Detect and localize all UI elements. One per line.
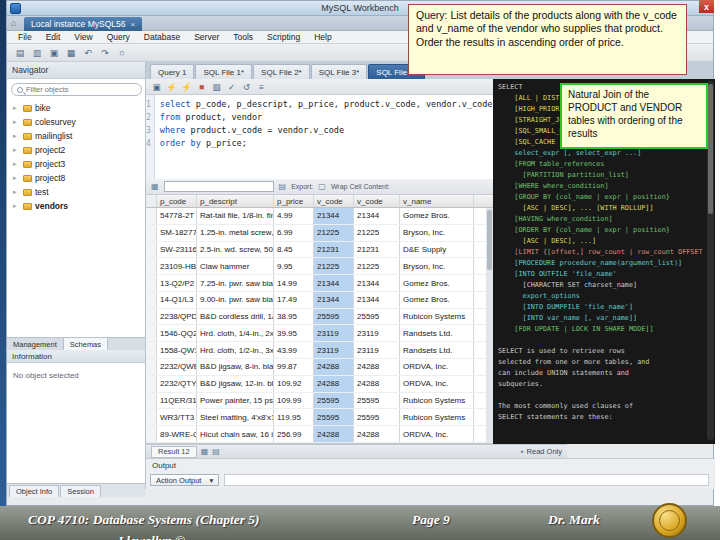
execute-script-icon[interactable]: ⚡ (165, 80, 178, 93)
table-cell: 24288 (314, 359, 354, 375)
tab-object-info[interactable]: Object Info (9, 485, 59, 497)
result-grid-icon[interactable]: ▦ (201, 447, 209, 456)
expand-arrow-icon[interactable]: ▸ (13, 174, 20, 182)
schema-item[interactable]: ▸mailinglist (7, 129, 145, 143)
export-icon[interactable]: ▤ (279, 182, 287, 191)
wrap-cell-icon[interactable]: ▢ (318, 182, 326, 191)
table-row[interactable]: 1558-QW1Hrd. cloth, 1/2-in., 3x5043.9923… (146, 342, 493, 359)
action-output-list[interactable] (224, 474, 709, 486)
form-editor-icon[interactable]: ▤ (212, 447, 220, 456)
beautify-sql-icon[interactable]: ≡ (255, 80, 268, 93)
undo-icon[interactable]: ↶ (81, 46, 95, 60)
connection-tab-close-icon[interactable]: × (131, 20, 136, 29)
editor-tab[interactable]: Query 1 (150, 64, 194, 79)
column-header[interactable]: p_price (274, 195, 314, 207)
editor-tab[interactable]: SQL File 2* (253, 64, 310, 79)
schema-item[interactable]: ▸bike (7, 101, 145, 115)
table-cell: 21344 (314, 292, 354, 308)
result-tab[interactable]: Result 12 (151, 446, 197, 458)
table-cell: 21344 (314, 208, 354, 224)
expand-arrow-icon[interactable]: ▸ (13, 202, 20, 210)
menu-scripting[interactable]: Scripting (260, 32, 307, 42)
table-row[interactable]: 2238/QPDB&D cordless drill, 1/2-in.38.95… (146, 309, 493, 326)
menu-view[interactable]: View (67, 32, 99, 42)
stop-execution-icon[interactable]: ■ (195, 80, 208, 93)
redo-icon[interactable]: ↷ (98, 46, 112, 60)
table-row[interactable]: 54778-2TRat-tail file, 1/8-in. fine4.992… (146, 208, 493, 225)
schema-filter-input[interactable] (26, 85, 126, 94)
table-row[interactable]: 2232/QWEB&D jigsaw, 8-in. blade99.872428… (146, 359, 493, 376)
table-row[interactable]: 14-Q1/L39.00-in. pwr. saw blade17.492134… (146, 292, 493, 309)
column-header[interactable]: p_descript (197, 195, 274, 207)
schema-item[interactable]: ▸test (7, 185, 145, 199)
sql-editor[interactable]: 1234 select p_code, p_descript, p_price,… (146, 95, 493, 179)
grid-scrollbar[interactable] (486, 208, 493, 443)
column-header[interactable]: v_name (400, 195, 474, 207)
new-query-tab-icon[interactable]: ▤ (13, 46, 27, 60)
tab-schemas[interactable]: Schemas (64, 338, 108, 350)
grid-view-icon[interactable]: ▦ (151, 182, 159, 191)
schema-item[interactable]: ▸project8 (7, 171, 145, 185)
row-header (146, 195, 157, 207)
save-script-icon[interactable]: ▣ (47, 46, 61, 60)
expand-arrow-icon[interactable]: ▸ (13, 132, 20, 140)
editor-tab[interactable]: SQL File 1* (195, 64, 252, 79)
schema-icon (23, 161, 32, 168)
column-header[interactable]: v_code (354, 195, 400, 207)
commit-icon[interactable]: ✓ (225, 80, 238, 93)
schema-item[interactable]: ▸vendors (7, 199, 145, 213)
tab-management[interactable]: Management (7, 338, 64, 350)
close-icon[interactable]: x (699, 0, 714, 13)
connection-tab[interactable]: Local instance MySQL56 × (24, 17, 142, 31)
execute-current-statement-icon[interactable]: ⚡ (180, 80, 193, 93)
help-scrollbar[interactable] (707, 81, 714, 440)
filter-rows-input[interactable] (164, 181, 274, 192)
menu-server[interactable]: Server (187, 32, 226, 42)
table-row[interactable]: 1546-QQ2Hrd. cloth, 1/4-in., 2x5039.9523… (146, 325, 493, 342)
output-selector[interactable]: Action Output ▾ (150, 474, 219, 486)
table-row[interactable]: SW-231162.5-in. wd. screw, 508.452123121… (146, 242, 493, 259)
schema-item[interactable]: ▸project2 (7, 143, 145, 157)
table-cell: 17.49 (274, 292, 314, 308)
schema-filter[interactable] (11, 83, 142, 96)
table-row[interactable]: SM-182771.25-in. metal screw, 256.992122… (146, 225, 493, 242)
search-icon[interactable]: ○ (115, 46, 129, 60)
schema-item[interactable]: ▸project3 (7, 157, 145, 171)
toggle-stop-on-error-icon[interactable]: ▧ (210, 80, 223, 93)
schema-item[interactable]: ▸colesurvey (7, 115, 145, 129)
save-script-icon[interactable]: ▣ (150, 80, 163, 93)
expand-arrow-icon[interactable]: ▸ (13, 118, 20, 126)
table-row[interactable]: WR3/TT3Steel matting, 4'x8'x1/6", .5" me… (146, 409, 493, 426)
menu-edit[interactable]: Edit (39, 32, 68, 42)
expand-arrow-icon[interactable]: ▸ (13, 146, 20, 154)
menu-database[interactable]: Database (137, 32, 187, 42)
expand-arrow-icon[interactable]: ▸ (13, 104, 20, 112)
schema-icon (23, 133, 32, 140)
open-sql-file-icon[interactable]: ▥ (30, 46, 44, 60)
table-row[interactable]: 23109-HBClaw hammer9.952122521225Bryson,… (146, 258, 493, 275)
menu-file[interactable]: File (11, 32, 39, 42)
table-row[interactable]: 89-WRE-QHicut chain saw, 16 in.256.99242… (146, 426, 493, 443)
help-line: select_expr [, select_expr ...] (498, 148, 705, 159)
table-cell: 14.99 (274, 275, 314, 291)
column-header[interactable]: p_code (157, 195, 197, 207)
tab-session[interactable]: Session (60, 485, 101, 497)
print-icon[interactable]: ▦ (64, 46, 78, 60)
row-header (146, 292, 157, 308)
table-row[interactable]: 13-Q2/P27.25-in. pwr. saw blade14.992134… (146, 275, 493, 292)
expand-arrow-icon[interactable]: ▸ (13, 188, 20, 196)
footer-author: Dr. Mark (548, 512, 600, 528)
code-line: from product, vendor (160, 111, 534, 124)
table-row[interactable]: 2232/QTYB&D jigsaw, 12-in. blade109.9224… (146, 376, 493, 393)
menu-query[interactable]: Query (100, 32, 137, 42)
menu-help[interactable]: Help (307, 32, 338, 42)
expand-arrow-icon[interactable]: ▸ (13, 160, 20, 168)
home-icon[interactable]: ⌂ (11, 18, 16, 28)
menu-tools[interactable]: Tools (226, 32, 260, 42)
rollback-icon[interactable]: ↺ (240, 80, 253, 93)
table-cell: 2238/QPD (157, 309, 197, 325)
editor-tab[interactable]: SQL File 3* (311, 64, 368, 79)
help-line: [PARTITION partition_list] (498, 170, 705, 181)
column-header[interactable]: v_code (314, 195, 354, 207)
table-row[interactable]: 11QER/31Power painter, 15 psi., 3-nozzle… (146, 393, 493, 410)
